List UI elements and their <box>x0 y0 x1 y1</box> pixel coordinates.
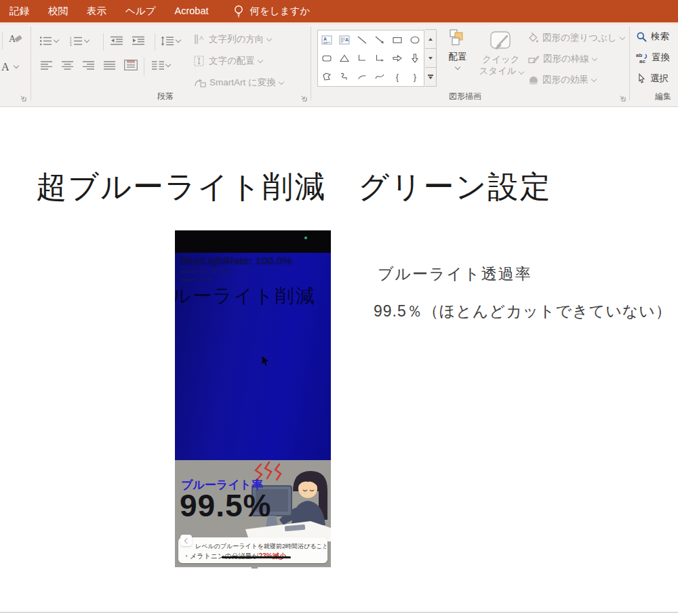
chevron-down-icon <box>54 37 59 43</box>
arrange-button[interactable]: 配置 <box>442 29 473 69</box>
select-cursor-icon <box>636 73 647 85</box>
decrease-indent-button[interactable] <box>110 36 123 46</box>
distribute-text-icon <box>124 60 138 70</box>
gallery-scroll-up-button[interactable] <box>425 29 437 49</box>
svg-text:A: A <box>199 35 203 41</box>
triangle-down-icon <box>428 57 433 60</box>
shape-scribble[interactable] <box>336 68 353 86</box>
svg-text:}: } <box>414 72 417 82</box>
select-button[interactable]: 選択 <box>636 73 669 85</box>
tab-acrobat[interactable]: Acrobat <box>165 0 218 22</box>
shape-outline-button[interactable]: 図形の枠線 <box>527 53 597 65</box>
shape-arc[interactable] <box>353 68 371 86</box>
reflected-title-text: ルーライト削減 グリ <box>175 283 331 309</box>
tab-review[interactable]: 校閲 <box>39 0 77 22</box>
chevron-down-icon <box>518 69 523 75</box>
shape-elbow-arrow-connector[interactable] <box>371 49 388 67</box>
tab-view[interactable]: 表示 <box>77 0 116 22</box>
increase-indent-button[interactable] <box>132 36 145 46</box>
shape-right-arrow[interactable] <box>388 49 406 67</box>
shape-rectangle[interactable] <box>388 30 406 49</box>
align-left-button[interactable] <box>41 61 53 70</box>
phone-screenshot-image[interactable]: BlueLightRate: 100.0% aBlueLight: 207202… <box>175 230 331 567</box>
align-right-button[interactable] <box>83 61 95 70</box>
shape-triangle[interactable] <box>336 49 353 67</box>
distribute-text-button[interactable] <box>124 60 138 70</box>
shape-freeform[interactable] <box>318 68 336 86</box>
columns-button[interactable] <box>152 61 170 70</box>
bluelight-rate-value: 99.5% <box>180 487 271 524</box>
arrange-label: 配置 <box>449 51 467 62</box>
textbox-icon: A <box>321 35 332 45</box>
shape-left-brace[interactable]: { <box>388 68 406 86</box>
replace-label: 置換 <box>652 52 670 64</box>
shape-oval[interactable] <box>406 30 424 49</box>
svg-text:ab: ab <box>636 52 642 58</box>
quick-styles-button[interactable]: クイック スタイル <box>475 29 527 77</box>
quick-styles-label-1: クイック <box>482 54 519 65</box>
body-text-percentage[interactable]: 99.5％（ほとんどカットできていない） <box>374 301 672 322</box>
shape-arrow[interactable] <box>371 30 388 49</box>
increase-indent-icon <box>132 36 145 46</box>
bluelight-mode-line: Mode: GE 95 <box>181 276 213 283</box>
tell-me-box[interactable]: 何をしますか <box>233 4 311 19</box>
divider <box>103 33 104 51</box>
group-divider <box>311 26 311 100</box>
shapes-gallery-scroll <box>425 30 437 87</box>
slide-title[interactable]: 超ブルーライト削減 グリーン設定 <box>36 167 551 207</box>
clear-formatting-icon: A <box>7 32 24 45</box>
powerpoint-window: 記録 校閲 表示 ヘルプ Acrobat 何をしますか A A <box>0 0 678 616</box>
tab-record[interactable]: 記録 <box>0 0 39 22</box>
text-direction-icon: A <box>194 34 205 45</box>
drawing-group-label: 図形描画 <box>449 91 481 102</box>
align-center-button[interactable] <box>62 61 74 70</box>
font-dialog-launcher[interactable] <box>19 92 26 104</box>
convert-smartart-label: SmartArt に変換 <box>210 77 276 89</box>
shape-fill-button[interactable]: 図形の塗りつぶし <box>527 32 624 44</box>
shape-effects-button[interactable]: 図形の効果 <box>527 74 596 86</box>
slide-canvas[interactable]: 超ブルーライト削減 グリーン設定 BlueLightRate: 100.0% a… <box>0 107 678 612</box>
text-direction-button[interactable]: A 文字列の方向 <box>194 33 271 45</box>
shape-effects-icon <box>527 75 539 85</box>
quick-styles-icon <box>488 29 514 52</box>
smartart-icon <box>194 77 206 88</box>
clear-formatting-button[interactable]: A <box>7 32 24 45</box>
numbering-button[interactable]: 123 <box>70 36 89 46</box>
align-text-button[interactable]: 文字の配置 <box>194 55 262 67</box>
drawing-dialog-launcher[interactable] <box>618 92 626 104</box>
shape-curve[interactable] <box>371 68 388 86</box>
find-button[interactable]: 検索 <box>636 30 669 43</box>
shape-outline-icon <box>527 54 540 64</box>
shape-effects-label: 図形の効果 <box>542 74 589 86</box>
shape-vertical-textbox[interactable]: A <box>336 30 353 49</box>
font-color-icon: A <box>0 60 12 73</box>
shape-rounded-rectangle[interactable] <box>318 49 336 67</box>
group-divider <box>31 26 31 100</box>
bullets-icon <box>39 36 52 46</box>
svg-text:ac: ac <box>639 58 645 64</box>
line-spacing-button[interactable] <box>161 36 180 46</box>
bullets-button[interactable] <box>39 36 58 46</box>
gallery-more-button[interactable] <box>425 67 437 87</box>
shape-line[interactable] <box>353 30 371 49</box>
chevron-down-icon <box>279 79 284 84</box>
tab-help[interactable]: ヘルプ <box>116 0 165 22</box>
paragraph-dialog-launcher[interactable] <box>300 92 307 104</box>
back-button <box>180 535 192 546</box>
font-color-button[interactable]: A <box>0 60 18 73</box>
convert-smartart-button[interactable]: SmartArt に変換 <box>194 77 283 89</box>
gallery-scroll-down-button[interactable] <box>425 48 437 68</box>
phone-result-panel: ブルーライト率 99.5% レベルのブルーライトを就寝前2時間浴びることにより … <box>175 460 331 567</box>
columns-icon <box>152 61 164 70</box>
editing-group-label: 編集 <box>655 91 671 102</box>
body-text-transmittance[interactable]: ブルーライト透過率 <box>378 264 532 285</box>
shape-down-arrow[interactable] <box>406 49 424 67</box>
chevron-down-icon <box>258 57 263 62</box>
shape-textbox[interactable]: A <box>318 30 336 49</box>
strikethrough-mark <box>222 556 291 558</box>
tell-me-label: 何をしますか <box>250 5 311 18</box>
justify-button[interactable] <box>104 61 116 70</box>
replace-button[interactable]: ab ac 置換 <box>636 52 670 64</box>
shape-elbow-connector[interactable] <box>353 49 371 67</box>
shape-right-brace[interactable]: } <box>406 68 424 86</box>
